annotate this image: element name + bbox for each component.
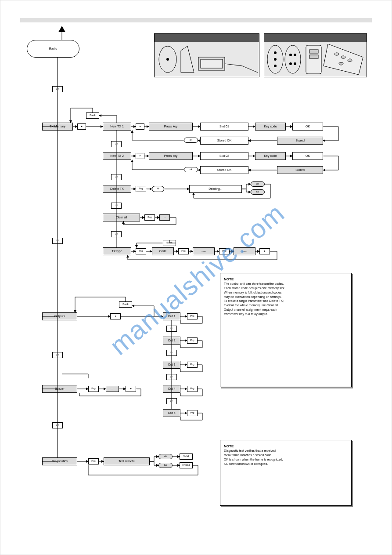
- info2-line-3: KO when unknown or corrupted.: [224, 462, 348, 466]
- info1-line-1: Each stored code occupies one memory slo…: [224, 286, 348, 290]
- prg-r1b: ▸: [136, 123, 144, 130]
- out-3: Out 3: [163, 361, 180, 369]
- root-radio: Radio: [27, 40, 79, 58]
- prg-out-4: Prg: [187, 386, 198, 392]
- nav-out-1: ↓ ↑: [166, 326, 177, 332]
- slot-02: Slot 02: [200, 152, 248, 160]
- nav-sub-2: ↓ ↑: [111, 174, 122, 180]
- stored-ok-2: Stored OK: [200, 166, 248, 174]
- buzz-g: ...: [106, 386, 119, 392]
- ok-pill-2: ok: [184, 167, 198, 172]
- nav-out-2: ↓ ↑: [166, 350, 177, 356]
- prg-r1a: ▸: [77, 123, 86, 130]
- ok-pill-r3: ok: [251, 181, 265, 187]
- nav-arrows-2: ↓ ↑: [52, 238, 63, 244]
- prg-r2: ▸: [136, 153, 144, 159]
- nav-out-4: ↓ ↑: [166, 398, 177, 404]
- svg-point-13: [289, 62, 292, 65]
- keycode-1: Key code: [255, 123, 286, 131]
- press-key-2: Press key: [149, 152, 193, 160]
- delete-tx: Delete TX: [103, 185, 131, 193]
- ok-far-1: OK: [292, 123, 323, 131]
- diag-ko-label: Invalid: [180, 462, 193, 468]
- esc-r5: Back: [163, 240, 176, 246]
- type-3: ----: [234, 247, 255, 255]
- ok-pill-1: ok: [184, 138, 198, 143]
- buzzer: Buzzer: [42, 385, 77, 393]
- clock-icon: ⟳: [152, 186, 164, 192]
- info2-line-2: OK is shown when the frame is recognized…: [224, 457, 348, 462]
- prg-out-3: Prg: [187, 362, 198, 368]
- prg-r5-2: Prg: [219, 248, 230, 254]
- press-key-1: Press key: [149, 123, 193, 131]
- svg-point-14: [294, 62, 296, 65]
- svg-line-5: [242, 66, 258, 73]
- out-5: Out 5: [163, 409, 180, 417]
- prg-diag: Prg: [88, 458, 99, 464]
- info1-line-7: transmitter key to a relay output.: [224, 312, 348, 316]
- stored-ok-1: Stored OK: [200, 137, 248, 145]
- svg-point-8: [274, 58, 277, 61]
- svg-point-18: [334, 53, 339, 55]
- ko-pill-r3: ko: [251, 189, 265, 195]
- diagnostics: Diagnostics: [42, 457, 77, 465]
- info2-line-1: radio frame matches a stored code.: [224, 453, 348, 457]
- nav-arrows-1: ↓ ↑: [52, 86, 63, 92]
- svg-line-4: [225, 64, 242, 66]
- page: Radio ↓: [0, 0, 392, 555]
- info1-line-0: The control unit can store transmitter c…: [224, 282, 348, 286]
- nav-sub-4: ↓ ↑: [111, 231, 122, 237]
- nav-arrows-3: ↓ ↑: [52, 352, 63, 358]
- prg-r5-0: Prg: [136, 248, 146, 254]
- prg-r4: Prg: [144, 214, 155, 221]
- outputs-title: Outputs: [42, 312, 77, 320]
- svg-point-1: [166, 58, 169, 61]
- esc-box-r1: Back: [86, 112, 99, 119]
- clear-btn: ...: [159, 214, 170, 221]
- svg-point-10: [285, 45, 301, 73]
- out-2: Out 2: [163, 337, 180, 345]
- test-remote: Test remote: [104, 457, 150, 465]
- info1-line-4: To erase a single transmitter use Delete…: [224, 299, 348, 303]
- stored-gray-1: Stored: [277, 137, 323, 145]
- out-1: Out 1: [163, 312, 180, 320]
- svg-rect-16: [309, 50, 318, 53]
- prg-out-5: Prg: [187, 410, 198, 416]
- nav-out-3: ↓ ↑: [166, 374, 177, 380]
- prg-out-2: Prg: [187, 337, 198, 344]
- ko-pill-diag: ko: [158, 463, 173, 468]
- nav-arrows-4: ↓ ↑: [52, 422, 63, 428]
- info1-title: NOTE: [224, 277, 348, 282]
- prg-r5-3: ▸: [259, 248, 270, 254]
- prg-out-1: Prg: [187, 313, 198, 319]
- svg-point-21: [339, 62, 343, 65]
- out-4: Out 4: [163, 385, 180, 393]
- type-code: Code: [152, 247, 174, 255]
- svg-point-11: [289, 54, 292, 56]
- clear-all: Clear all: [103, 214, 140, 221]
- prg-buzz: Prg: [88, 386, 99, 392]
- tx-type: TX type: [103, 247, 131, 255]
- info1-line-3: may be overwritten depending on settings…: [224, 295, 348, 299]
- keycode-2: Key code: [255, 152, 286, 160]
- ok-pill-diag: ok: [158, 454, 173, 459]
- svg-point-12: [294, 54, 296, 56]
- prg-buzz-2: ▸: [126, 386, 136, 392]
- root-arrowhead: [58, 26, 65, 32]
- svg-rect-17: [309, 55, 318, 58]
- svg-rect-3: [201, 59, 223, 68]
- svg-point-9: [274, 65, 277, 67]
- esc-outputs: Back: [119, 301, 132, 308]
- deleting-label: Deleting...: [189, 185, 242, 193]
- info-note-1: NOTE The control unit can store transmit…: [220, 273, 352, 387]
- svg-point-19: [341, 56, 345, 58]
- illustration-antenna: [154, 33, 259, 77]
- info2-line-0: Diagnostic test verifies that a received: [224, 449, 348, 453]
- svg-point-7: [274, 51, 277, 54]
- new-tx-1: New TX 1: [103, 123, 131, 131]
- slot-01: Slot 01: [200, 123, 248, 131]
- type-2: ----: [193, 247, 215, 255]
- header-bar: [20, 18, 372, 22]
- svg-point-20: [348, 59, 352, 62]
- nav-sub-1: ↓ ↑: [111, 141, 122, 147]
